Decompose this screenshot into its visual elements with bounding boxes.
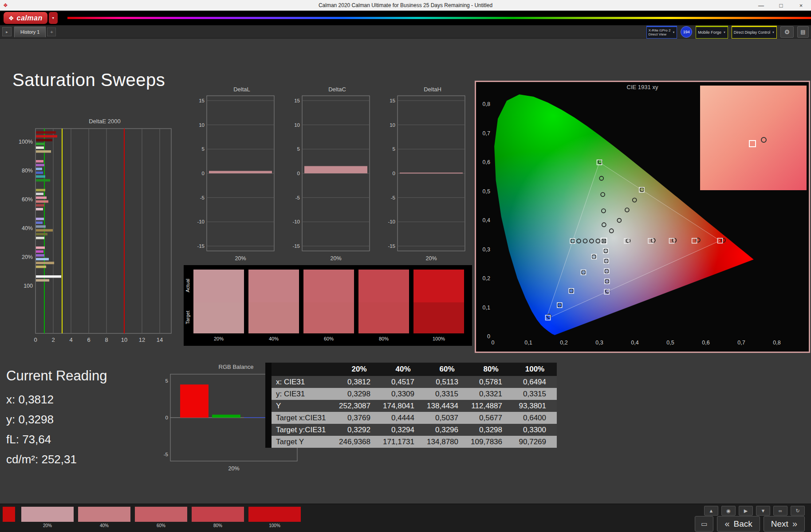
table-cell: 0,4444 — [381, 412, 425, 424]
source-label: Mobile Forge — [698, 31, 721, 35]
cie-zoom-inset — [700, 86, 807, 190]
deltae-2000-title: DeltaE 2000 — [18, 118, 174, 125]
table-cell: 0,3292 — [337, 424, 381, 436]
table-cell: 138,4434 — [425, 400, 469, 412]
svg-text:-15: -15 — [388, 243, 395, 249]
layout-panel-button[interactable]: ▤ — [797, 26, 809, 38]
table-cell: 0,6494 — [513, 376, 557, 388]
reading-x: x: 0,3812 — [6, 393, 107, 407]
svg-text:15: 15 — [390, 98, 395, 103]
table-cell: 0,4517 — [381, 376, 425, 388]
meter-line2: Direct View — [649, 32, 671, 36]
tab-scroll-button[interactable]: ▸ — [2, 27, 12, 36]
deltah-title: DeltaH — [382, 86, 468, 93]
minimize-button[interactable]: — — [751, 0, 771, 11]
calman-logo[interactable]: ❖ calman ▼ — [4, 12, 58, 24]
camera-button[interactable]: ◉ — [721, 506, 736, 516]
actual-swatch — [193, 270, 244, 302]
table-row-label: y: CIE31 — [272, 388, 337, 400]
svg-text:-10: -10 — [197, 219, 205, 224]
table-cell: 0,3769 — [337, 412, 381, 424]
double-chevron-left-icon: « — [724, 519, 729, 529]
display-control-selector[interactable]: Direct Display Control ▼ — [732, 26, 777, 39]
sync-button[interactable]: ↻ — [791, 506, 805, 516]
maximize-button[interactable]: □ — [771, 0, 791, 11]
window-titlebar: ❖ Calman 2020 Calman Ultimate for Busine… — [0, 0, 811, 11]
source-text: Mobile Forge — [698, 31, 721, 35]
table-cell: 0,3294 — [381, 424, 425, 436]
table-cell: 0,3300 — [513, 424, 557, 436]
calman-logo-text: calman — [17, 14, 43, 22]
svg-text:0: 0 — [34, 336, 37, 343]
actual-row-label: Actual — [185, 270, 190, 301]
calman-diamond-icon: ❖ — [8, 15, 14, 22]
thumbnail-label: 20% — [21, 523, 74, 528]
tab-history-1[interactable]: History 1 — [14, 27, 46, 37]
current-reading-title: Current Reading — [6, 368, 107, 384]
sweep-thumbnail-80%[interactable]: 80% — [192, 507, 244, 528]
play-button[interactable]: ▶ — [739, 506, 753, 516]
sweep-thumbnail-100%[interactable]: 100% — [248, 507, 301, 528]
table-cell: 0,3309 — [381, 388, 425, 400]
actual-target-swatch-strip: Actual Target 20%40%60%80%100% — [184, 265, 472, 346]
logo-dropdown-button[interactable]: ▼ — [49, 12, 58, 24]
svg-text:-15: -15 — [292, 243, 300, 249]
close-button[interactable]: × — [791, 0, 811, 11]
thumbnail-color — [78, 507, 130, 522]
table-cell: 252,3087 — [337, 400, 381, 412]
page-title: Saturation Sweeps — [12, 70, 165, 90]
svg-text:0,3: 0,3 — [595, 340, 603, 346]
active-color-swatch[interactable] — [3, 507, 15, 522]
svg-text:100%: 100% — [19, 139, 33, 145]
svg-text:0,4: 0,4 — [631, 340, 638, 346]
calman-logo-pill[interactable]: ❖ calman — [4, 12, 47, 24]
svg-text:0,1: 0,1 — [524, 340, 532, 346]
sweep-thumbnails: 20%40%60%80%100% — [21, 507, 301, 528]
target-row-label: Target — [185, 302, 190, 333]
svg-text:4: 4 — [69, 336, 72, 343]
settings-gear-button[interactable]: ⚙ — [780, 26, 794, 38]
table-cell: 171,1731 — [381, 436, 425, 448]
swatch-level-label: 40% — [248, 336, 299, 341]
link-button[interactable]: ∞ — [773, 506, 787, 516]
thumbnail-label: 80% — [192, 523, 244, 528]
table-cell: 0,3315 — [425, 388, 469, 400]
table-col-header: 40% — [381, 363, 425, 376]
sweep-thumbnail-20%[interactable]: 20% — [21, 507, 74, 528]
svg-text:40%: 40% — [22, 225, 33, 231]
save-button[interactable]: ▼ — [756, 506, 770, 516]
svg-text:0,2: 0,2 — [560, 340, 567, 346]
table-row-label: x: CIE31 — [272, 376, 337, 388]
table-cell: 0,3315 — [513, 388, 557, 400]
table-row-strip — [265, 400, 272, 412]
sweep-thumbnail-60%[interactable]: 60% — [135, 507, 187, 528]
eject-button[interactable]: ▲ — [704, 506, 718, 516]
meter-selector[interactable]: X-Rite i1Pro 2 Direct View ▼ — [646, 26, 677, 39]
meter-count-badge[interactable]: 194 — [681, 26, 692, 38]
table-cell: 174,8041 — [381, 400, 425, 412]
deltac-panel: DeltaC 151050-5-10-1520% — [287, 86, 372, 265]
table-label-header — [272, 363, 337, 376]
svg-text:20%: 20% — [235, 255, 246, 262]
next-button[interactable]: Next » — [764, 516, 805, 532]
add-tab-button[interactable]: + — [47, 27, 56, 36]
display-pattern-button[interactable]: ▭ — [695, 516, 713, 532]
back-button[interactable]: « Back — [717, 516, 760, 532]
actual-swatch — [248, 270, 299, 302]
sweep-thumbnail-40%[interactable]: 40% — [78, 507, 130, 528]
actual-swatch — [413, 270, 464, 302]
svg-text:0: 0 — [492, 340, 495, 346]
svg-text:-5: -5 — [164, 452, 168, 457]
svg-text:10: 10 — [199, 122, 205, 128]
tab-bar: ▸ History 1 + X-Rite i1Pro 2 Direct View… — [0, 25, 811, 39]
table-row-label: Target Y — [272, 436, 337, 448]
svg-text:-15: -15 — [197, 243, 205, 249]
thumbnail-label: 100% — [248, 523, 301, 528]
source-selector[interactable]: Mobile Forge ▼ — [696, 26, 728, 39]
table-cell: 134,8780 — [425, 436, 469, 448]
actual-swatch — [358, 270, 409, 302]
reading-cdm2: cd/m²: 252,31 — [6, 453, 107, 466]
swatch-column-20%: 20% — [193, 270, 244, 341]
table-cell: 93,3801 — [513, 400, 557, 412]
svg-text:0: 0 — [165, 415, 168, 420]
